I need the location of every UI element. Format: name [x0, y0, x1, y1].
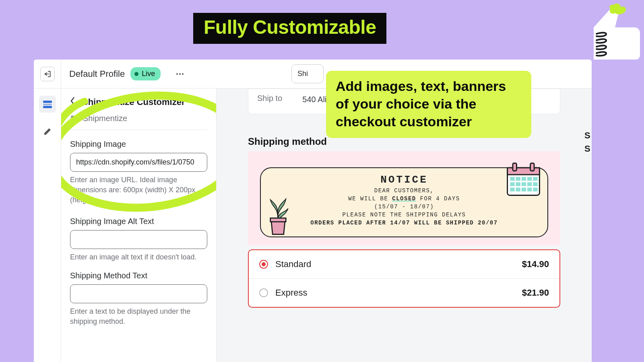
shipping-alt-help: Enter an image alt text if it doesn't lo… — [70, 252, 207, 262]
notice-line-1: DEAR CUSTOMERS, — [277, 187, 531, 194]
calendar-icon — [504, 161, 543, 199]
svg-rect-5 — [43, 106, 52, 108]
svg-rect-30 — [270, 218, 286, 222]
shipping-image-input[interactable] — [70, 153, 207, 172]
shipping-image-label: Shipping Image — [70, 140, 207, 149]
notice-banner: NOTICE DEAR CUSTOMERS, WE WILL BE CLOSED… — [248, 151, 560, 245]
shipping-option-standard[interactable]: Standard $14.90 — [249, 250, 559, 278]
svg-rect-20 — [510, 182, 514, 186]
svg-rect-27 — [522, 188, 526, 192]
shipping-options: Standard $14.90 Express $21.90 — [248, 249, 560, 308]
sections-icon — [42, 99, 53, 109]
shipping-image-help: Enter an image URL. Ideal image dimensio… — [70, 175, 207, 206]
shipping-option-express[interactable]: Express $21.90 — [249, 278, 559, 307]
notice-line-2: WE WILL BE CLOSED FOR 4 DAYS — [277, 195, 531, 202]
shipping-option-price: $21.90 — [522, 288, 549, 298]
thumbs-up-icon — [572, 3, 640, 65]
notice-line-5: ORDERS PLACED AFTER 14/07 WILL BE SHIPPE… — [277, 220, 531, 226]
left-rail — [34, 88, 61, 362]
svg-rect-21 — [516, 182, 520, 186]
svg-rect-22 — [522, 182, 526, 186]
status-badge: Live — [130, 67, 161, 80]
shipping-option-name: Express — [275, 288, 307, 298]
svg-rect-13 — [513, 163, 517, 171]
shipping-method-text-help: Enter a text to be displayed under the s… — [70, 306, 207, 327]
sidebar: Shipmentize Customizer Shipmentize Shipp… — [61, 88, 217, 362]
cropped-text: S S — [584, 129, 592, 209]
svg-rect-8 — [74, 115, 77, 118]
app-name: Shipmentize — [83, 114, 127, 123]
profile-title: Default Profile — [69, 69, 125, 79]
svg-rect-7 — [71, 115, 74, 118]
svg-rect-25 — [510, 188, 514, 192]
ellipsis-icon — [175, 69, 185, 79]
shipping-option-name: Standard — [275, 259, 311, 269]
svg-rect-9 — [71, 119, 74, 121]
rail-sections-button[interactable] — [39, 96, 56, 113]
svg-rect-26 — [516, 188, 520, 192]
svg-rect-4 — [43, 104, 52, 105]
callout-note: Add images, text, banners of your choice… — [326, 71, 531, 138]
shipping-alt-input[interactable] — [70, 230, 207, 249]
svg-rect-3 — [43, 101, 52, 103]
shipping-option-price: $14.90 — [522, 259, 549, 269]
svg-rect-10 — [74, 119, 77, 121]
chevron-left-icon[interactable] — [70, 97, 76, 107]
viewport-select[interactable]: Shi — [291, 64, 324, 83]
more-actions-button[interactable] — [173, 67, 187, 81]
back-button[interactable] — [40, 67, 55, 81]
svg-rect-18 — [527, 177, 532, 181]
notice-line-3: (15/07 - 18/07) — [277, 204, 531, 210]
radio-selected-icon — [259, 260, 268, 269]
rail-theme-button[interactable] — [39, 123, 56, 140]
shipping-alt-label: Shipping Image Alt Text — [70, 217, 207, 226]
svg-point-2 — [182, 73, 184, 75]
shipping-method-text-label: Shipping Method Text — [70, 271, 207, 280]
svg-rect-28 — [527, 188, 532, 192]
svg-rect-16 — [516, 177, 520, 181]
svg-rect-23 — [527, 182, 532, 186]
breadcrumb-title: Shipmentize Customizer — [82, 97, 185, 107]
svg-rect-24 — [533, 182, 537, 186]
ship-to-label: Ship to — [257, 94, 282, 105]
shipping-method-text-input[interactable] — [70, 284, 207, 303]
notice-title: NOTICE — [277, 174, 531, 186]
radio-unselected-icon — [259, 288, 268, 297]
svg-rect-14 — [530, 163, 535, 171]
notice-line-4: PLEASE NOTE THE SHIPPING DELAYS — [277, 212, 531, 218]
exit-icon — [43, 70, 52, 78]
svg-point-1 — [179, 73, 181, 75]
svg-rect-15 — [510, 177, 514, 181]
shipping-method-heading: Shipping method — [248, 136, 327, 147]
plant-icon — [264, 192, 292, 237]
app-block-icon — [70, 115, 78, 123]
marketing-headline: Fully Customizable — [193, 13, 386, 44]
paintbrush-icon — [43, 127, 52, 136]
svg-rect-29 — [533, 188, 537, 192]
svg-rect-19 — [533, 177, 537, 181]
svg-rect-17 — [522, 177, 526, 181]
svg-point-0 — [176, 73, 178, 75]
